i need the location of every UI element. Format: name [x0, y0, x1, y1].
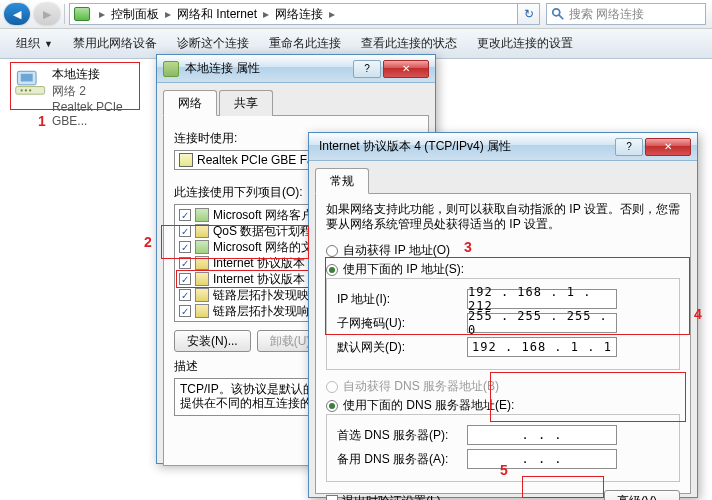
search-placeholder: 搜索 网络连接	[569, 6, 644, 23]
svg-point-0	[553, 9, 560, 16]
cmd-status[interactable]: 查看此连接的状态	[351, 32, 467, 56]
close-button[interactable]: ✕	[645, 138, 691, 156]
cmd-disable-device[interactable]: 禁用此网络设备	[63, 32, 167, 56]
adapter-name: 本地连接	[52, 66, 136, 83]
adapter-icon	[179, 153, 193, 167]
dialog-title: 本地连接 属性	[185, 60, 351, 77]
explorer-address-bar: ◀ ▶ ▸ 控制面板 ▸ 网络和 Internet ▸ 网络连接 ▸ ↻ 搜索 …	[0, 0, 712, 29]
install-button[interactable]: 安装(N)...	[174, 330, 251, 352]
svg-point-6	[25, 89, 27, 91]
control-panel-icon	[74, 7, 90, 21]
refresh-button[interactable]: ↻	[518, 3, 540, 25]
adapter-local-connection[interactable]: 本地连接 网络 2 Realtek PCIe GBE...	[10, 62, 140, 110]
radio-auto-dns: 自动获得 DNS 服务器地址(B)	[326, 378, 680, 395]
protocol-icon	[195, 288, 209, 302]
radio-auto-ip[interactable]: 自动获得 IP 地址(O)	[326, 242, 680, 259]
help-button[interactable]: ?	[353, 60, 381, 78]
cmd-change-settings[interactable]: 更改此连接的设置	[467, 32, 583, 56]
gateway-input[interactable]: 192 . 168 . 1 . 1	[467, 337, 617, 357]
validate-checkbox[interactable]: 退出时验证设置(L)	[326, 493, 441, 501]
dns1-label: 首选 DNS 服务器(P):	[337, 427, 467, 444]
nav-back-button[interactable]: ◀	[4, 3, 30, 25]
svg-line-1	[559, 15, 563, 19]
cmd-diagnose[interactable]: 诊断这个连接	[167, 32, 259, 56]
cmd-rename[interactable]: 重命名此连接	[259, 32, 351, 56]
network-icon	[163, 61, 179, 77]
protocol-icon	[195, 208, 209, 222]
protocol-icon	[195, 224, 209, 238]
checkbox-icon[interactable]: ✓	[179, 305, 191, 317]
annotation-2: 2	[144, 234, 152, 250]
annotation-3: 3	[464, 239, 472, 255]
breadcrumb-bar[interactable]: ▸ 控制面板 ▸ 网络和 Internet ▸ 网络连接 ▸	[69, 3, 518, 25]
checkbox-icon[interactable]: ✓	[179, 225, 191, 237]
breadcrumb[interactable]: 网络连接	[272, 6, 326, 23]
ip-address-input[interactable]: 192 . 168 . 1 . 212	[467, 289, 617, 309]
cmd-organize[interactable]: 组织▼	[6, 32, 63, 56]
tab-general[interactable]: 常规	[315, 168, 369, 194]
adapter-network: 网络 2	[52, 83, 136, 100]
tab-network[interactable]: 网络	[163, 90, 217, 116]
annotation-1: 1	[38, 113, 46, 129]
breadcrumb[interactable]: 控制面板	[108, 6, 162, 23]
svg-point-5	[21, 89, 23, 91]
protocol-icon	[195, 304, 209, 318]
dialog-titlebar[interactable]: 本地连接 属性 ? ✕	[157, 55, 435, 83]
protocol-icon	[195, 240, 209, 254]
advanced-button[interactable]: 高级(V)...	[604, 490, 680, 500]
tab-sharing[interactable]: 共享	[219, 90, 273, 116]
checkbox-icon[interactable]: ✓	[179, 273, 191, 285]
svg-point-7	[29, 89, 31, 91]
ip-address-label: IP 地址(I):	[337, 291, 467, 308]
subnet-mask-label: 子网掩码(U):	[337, 315, 467, 332]
breadcrumb[interactable]: 网络和 Internet	[174, 6, 260, 23]
dns1-input[interactable]: . . .	[467, 425, 617, 445]
intro-text: 如果网络支持此功能，则可以获取自动指派的 IP 设置。否则，您需要从网络系统管理…	[326, 202, 680, 232]
dns2-input[interactable]: . . .	[467, 449, 617, 469]
dns2-label: 备用 DNS 服务器(A):	[337, 451, 467, 468]
checkbox-icon[interactable]: ✓	[179, 209, 191, 221]
dialog-titlebar[interactable]: Internet 协议版本 4 (TCP/IPv4) 属性 ? ✕	[309, 133, 697, 161]
search-input[interactable]: 搜索 网络连接	[546, 3, 706, 25]
annotation-5: 5	[500, 462, 508, 478]
svg-rect-3	[21, 74, 33, 82]
network-adapter-icon	[14, 66, 48, 102]
annotation-4: 4	[694, 306, 702, 322]
checkbox-icon[interactable]: ✓	[179, 257, 191, 269]
close-button[interactable]: ✕	[383, 60, 429, 78]
subnet-mask-input[interactable]: 255 . 255 . 255 . 0	[467, 313, 617, 333]
nav-forward-button[interactable]: ▶	[34, 3, 60, 25]
ip-settings-group: IP 地址(I):192 . 168 . 1 . 212 子网掩码(U):255…	[326, 278, 680, 370]
radio-manual-ip[interactable]: 使用下面的 IP 地址(S):	[326, 261, 680, 278]
protocol-icon	[195, 256, 209, 270]
adapter-device: Realtek PCIe GBE...	[52, 100, 136, 128]
search-icon	[551, 7, 565, 21]
protocol-icon	[195, 272, 209, 286]
checkbox-icon[interactable]: ✓	[179, 241, 191, 253]
radio-manual-dns[interactable]: 使用下面的 DNS 服务器地址(E):	[326, 397, 680, 414]
gateway-label: 默认网关(D):	[337, 339, 467, 356]
dialog-title: Internet 协议版本 4 (TCP/IPv4) 属性	[315, 138, 613, 155]
checkbox-icon[interactable]: ✓	[179, 289, 191, 301]
dialog-ipv4-properties: Internet 协议版本 4 (TCP/IPv4) 属性 ? ✕ 常规 如果网…	[308, 132, 698, 498]
help-button[interactable]: ?	[615, 138, 643, 156]
